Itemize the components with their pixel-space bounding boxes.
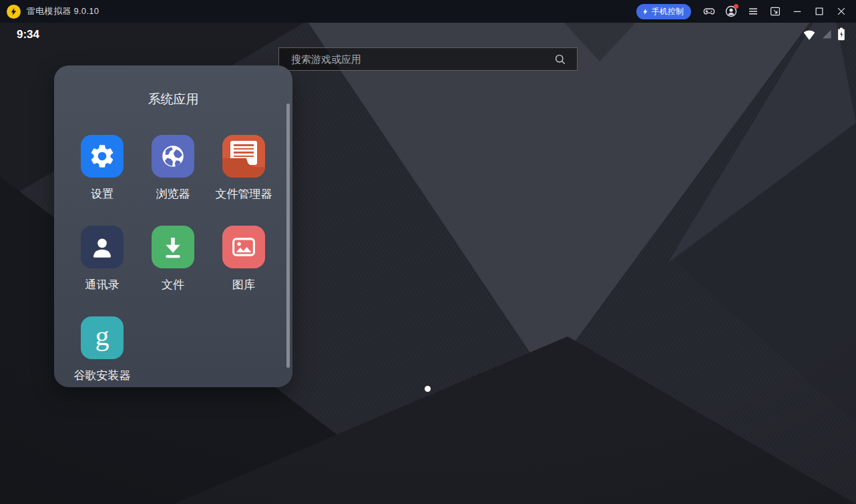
folder-title: 系统应用 xyxy=(54,91,292,108)
phone-control-label: 手机控制 xyxy=(652,6,684,17)
menu-button[interactable] xyxy=(742,0,764,23)
app-browser[interactable]: 浏览器 xyxy=(138,130,208,220)
app-files[interactable]: 文件 xyxy=(138,220,208,311)
battery-charging-icon xyxy=(837,27,845,41)
app-google-installer[interactable]: g 谷歌安装器 xyxy=(67,311,138,402)
system-apps-folder: 系统应用 设置 xyxy=(54,65,292,387)
search-icon[interactable] xyxy=(554,53,567,66)
browser-icon xyxy=(152,135,194,178)
app-label: 文件 xyxy=(162,277,184,292)
status-clock: 9:34 xyxy=(17,28,39,41)
search-bar xyxy=(278,47,578,71)
app-label: 设置 xyxy=(91,186,114,202)
settings-icon xyxy=(81,135,124,178)
titlebar: 雷电模拟器 9.0.10 手机控制 xyxy=(0,0,856,23)
window-title: 雷电模拟器 9.0.10 xyxy=(27,5,99,17)
search-input[interactable] xyxy=(279,53,554,65)
wifi-icon xyxy=(803,28,816,40)
app-label: 文件管理器 xyxy=(216,186,272,202)
cellular-signal-icon xyxy=(821,28,833,40)
g-glyph: g xyxy=(95,322,110,350)
gamepad-icon xyxy=(702,5,716,18)
minimize-icon xyxy=(791,5,803,17)
menu-icon xyxy=(747,5,759,17)
file-manager-icon xyxy=(222,135,265,178)
gallery-icon xyxy=(222,226,265,268)
notification-dot xyxy=(734,4,738,9)
contacts-icon xyxy=(81,226,124,268)
app-label: 浏览器 xyxy=(156,186,190,202)
emulator-window: 雷电模拟器 9.0.10 手机控制 xyxy=(0,0,856,504)
resize-arrow-icon xyxy=(769,5,781,17)
app-gallery[interactable]: 图库 xyxy=(208,220,279,311)
status-icons xyxy=(803,27,845,41)
app-label: 谷歌安装器 xyxy=(74,368,131,383)
app-grid: 设置 浏览器 xyxy=(67,130,279,402)
app-settings[interactable]: 设置 xyxy=(67,130,138,220)
android-screen: 9:34 系统应用 xyxy=(0,23,856,504)
app-label: 图库 xyxy=(232,277,255,292)
folder-scrollbar[interactable] xyxy=(286,103,290,368)
app-file-manager[interactable]: 文件管理器 xyxy=(208,130,279,220)
close-icon xyxy=(835,5,847,17)
minimize-button[interactable] xyxy=(786,0,808,23)
maximize-icon xyxy=(813,5,825,17)
app-logo-icon xyxy=(7,5,21,19)
lightning-icon xyxy=(642,7,649,16)
app-label: 通讯录 xyxy=(85,277,120,292)
account-button[interactable] xyxy=(720,0,742,23)
app-contacts[interactable]: 通讯录 xyxy=(67,220,138,311)
google-installer-icon: g xyxy=(81,316,124,359)
gamepad-button[interactable] xyxy=(698,0,720,23)
close-button[interactable] xyxy=(830,0,852,23)
page-indicator-dot xyxy=(425,386,431,392)
titlebar-controls: 手机控制 xyxy=(636,0,852,23)
files-download-icon xyxy=(152,226,194,268)
phone-control-button[interactable]: 手机控制 xyxy=(636,4,691,19)
folder-front-shape xyxy=(222,158,265,178)
maximize-button[interactable] xyxy=(808,0,830,23)
resize-window-button[interactable] xyxy=(764,0,786,23)
